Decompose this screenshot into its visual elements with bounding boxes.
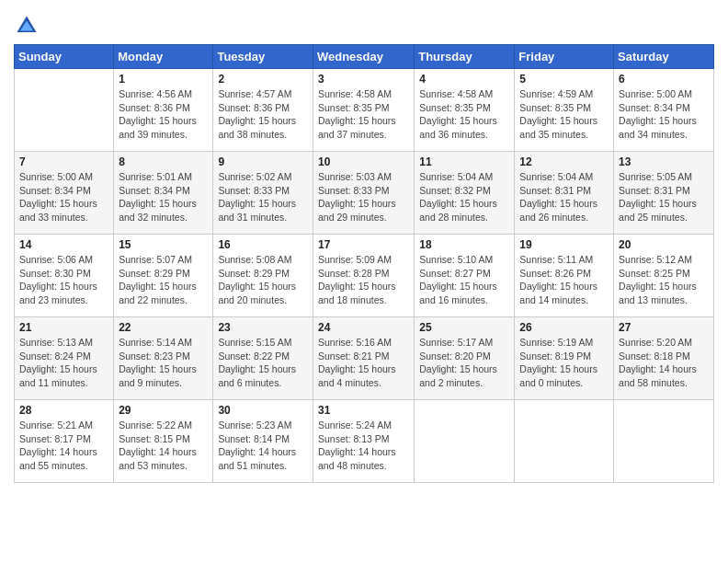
day-number: 15 (119, 238, 208, 251)
day-info: Sunrise: 4:58 AM Sunset: 8:35 PM Dayligh… (419, 87, 509, 142)
calendar-cell: 7Sunrise: 5:00 AM Sunset: 8:34 PM Daylig… (15, 152, 114, 235)
calendar-cell: 24Sunrise: 5:16 AM Sunset: 8:21 PM Dayli… (313, 317, 414, 400)
calendar-cell: 14Sunrise: 5:06 AM Sunset: 8:30 PM Dayli… (15, 235, 114, 317)
day-number: 2 (218, 73, 308, 86)
calendar-cell: 19Sunrise: 5:11 AM Sunset: 8:26 PM Dayli… (515, 235, 614, 317)
calendar-cell: 20Sunrise: 5:12 AM Sunset: 8:25 PM Dayli… (614, 235, 714, 317)
day-number: 5 (519, 73, 609, 86)
day-info: Sunrise: 5:03 AM Sunset: 8:33 PM Dayligh… (318, 170, 409, 224)
col-header-saturday: Saturday (614, 45, 714, 69)
day-info: Sunrise: 5:23 AM Sunset: 8:14 PM Dayligh… (218, 419, 308, 473)
day-number: 7 (19, 155, 108, 168)
calendar-cell: 8Sunrise: 5:01 AM Sunset: 8:34 PM Daylig… (114, 152, 213, 235)
day-info: Sunrise: 5:24 AM Sunset: 8:13 PM Dayligh… (318, 419, 409, 473)
day-number: 23 (218, 321, 308, 334)
col-header-sunday: Sunday (15, 45, 114, 69)
col-header-thursday: Thursday (415, 45, 515, 69)
calendar-cell: 26Sunrise: 5:19 AM Sunset: 8:19 PM Dayli… (515, 317, 614, 400)
week-row-2: 7Sunrise: 5:00 AM Sunset: 8:34 PM Daylig… (15, 152, 714, 235)
day-number: 31 (318, 404, 409, 417)
page-header (14, 9, 714, 39)
day-info: Sunrise: 5:11 AM Sunset: 8:26 PM Dayligh… (519, 253, 609, 307)
day-info: Sunrise: 5:09 AM Sunset: 8:28 PM Dayligh… (318, 253, 409, 307)
day-number: 11 (419, 155, 509, 168)
day-number: 19 (519, 238, 609, 251)
day-info: Sunrise: 5:15 AM Sunset: 8:22 PM Dayligh… (218, 336, 308, 390)
day-info: Sunrise: 5:21 AM Sunset: 8:17 PM Dayligh… (19, 419, 108, 473)
week-row-3: 14Sunrise: 5:06 AM Sunset: 8:30 PM Dayli… (15, 235, 714, 317)
day-info: Sunrise: 5:22 AM Sunset: 8:15 PM Dayligh… (119, 419, 208, 473)
col-header-wednesday: Wednesday (313, 45, 414, 69)
calendar-cell: 16Sunrise: 5:08 AM Sunset: 8:29 PM Dayli… (213, 235, 313, 317)
day-number: 12 (519, 155, 609, 168)
day-number: 30 (218, 404, 308, 417)
calendar-cell: 6Sunrise: 5:00 AM Sunset: 8:34 PM Daylig… (614, 69, 714, 152)
calendar-cell: 31Sunrise: 5:24 AM Sunset: 8:13 PM Dayli… (313, 400, 414, 483)
calendar-header: SundayMondayTuesdayWednesdayThursdayFrid… (15, 45, 714, 69)
calendar-cell (515, 400, 614, 483)
calendar-cell: 23Sunrise: 5:15 AM Sunset: 8:22 PM Dayli… (213, 317, 313, 400)
logo (14, 13, 42, 39)
day-info: Sunrise: 4:56 AM Sunset: 8:36 PM Dayligh… (119, 87, 208, 142)
calendar-cell: 17Sunrise: 5:09 AM Sunset: 8:28 PM Dayli… (313, 235, 414, 317)
day-info: Sunrise: 5:20 AM Sunset: 8:18 PM Dayligh… (619, 336, 709, 390)
day-number: 16 (218, 238, 308, 251)
day-number: 26 (519, 321, 609, 334)
day-info: Sunrise: 5:00 AM Sunset: 8:34 PM Dayligh… (19, 170, 108, 224)
calendar-cell: 12Sunrise: 5:04 AM Sunset: 8:31 PM Dayli… (515, 152, 614, 235)
day-number: 25 (419, 321, 509, 334)
day-number: 22 (119, 321, 208, 334)
calendar-cell: 21Sunrise: 5:13 AM Sunset: 8:24 PM Dayli… (15, 317, 114, 400)
day-info: Sunrise: 5:08 AM Sunset: 8:29 PM Dayligh… (218, 253, 308, 307)
calendar-cell: 27Sunrise: 5:20 AM Sunset: 8:18 PM Dayli… (614, 317, 714, 400)
day-number: 13 (619, 155, 709, 168)
day-number: 3 (318, 73, 409, 86)
calendar-table: SundayMondayTuesdayWednesdayThursdayFrid… (14, 44, 714, 483)
calendar-cell: 18Sunrise: 5:10 AM Sunset: 8:27 PM Dayli… (415, 235, 515, 317)
calendar-cell: 10Sunrise: 5:03 AM Sunset: 8:33 PM Dayli… (313, 152, 414, 235)
day-info: Sunrise: 5:17 AM Sunset: 8:20 PM Dayligh… (419, 336, 509, 390)
day-number: 21 (19, 321, 108, 334)
day-number: 9 (218, 155, 308, 168)
day-number: 18 (419, 238, 509, 251)
day-info: Sunrise: 5:06 AM Sunset: 8:30 PM Dayligh… (19, 253, 108, 307)
day-number: 8 (119, 155, 208, 168)
week-row-4: 21Sunrise: 5:13 AM Sunset: 8:24 PM Dayli… (15, 317, 714, 400)
day-number: 28 (19, 404, 108, 417)
calendar-cell: 3Sunrise: 4:58 AM Sunset: 8:35 PM Daylig… (313, 69, 414, 152)
col-header-friday: Friday (515, 45, 614, 69)
day-number: 10 (318, 155, 409, 168)
calendar-cell: 28Sunrise: 5:21 AM Sunset: 8:17 PM Dayli… (15, 400, 114, 483)
day-info: Sunrise: 5:00 AM Sunset: 8:34 PM Dayligh… (619, 87, 709, 142)
day-info: Sunrise: 5:16 AM Sunset: 8:21 PM Dayligh… (318, 336, 409, 390)
calendar-cell: 1Sunrise: 4:56 AM Sunset: 8:36 PM Daylig… (114, 69, 213, 152)
week-row-5: 28Sunrise: 5:21 AM Sunset: 8:17 PM Dayli… (15, 400, 714, 483)
day-info: Sunrise: 5:10 AM Sunset: 8:27 PM Dayligh… (419, 253, 509, 307)
calendar-cell: 15Sunrise: 5:07 AM Sunset: 8:29 PM Dayli… (114, 235, 213, 317)
calendar-cell (415, 400, 515, 483)
day-number: 27 (619, 321, 709, 334)
day-info: Sunrise: 5:05 AM Sunset: 8:31 PM Dayligh… (619, 170, 709, 224)
calendar-cell: 22Sunrise: 5:14 AM Sunset: 8:23 PM Dayli… (114, 317, 213, 400)
week-row-1: 1Sunrise: 4:56 AM Sunset: 8:36 PM Daylig… (15, 69, 714, 152)
day-number: 6 (619, 73, 709, 86)
calendar-cell (15, 69, 114, 152)
day-info: Sunrise: 5:02 AM Sunset: 8:33 PM Dayligh… (218, 170, 308, 224)
calendar-cell: 11Sunrise: 5:04 AM Sunset: 8:32 PM Dayli… (415, 152, 515, 235)
calendar-cell: 4Sunrise: 4:58 AM Sunset: 8:35 PM Daylig… (415, 69, 515, 152)
day-number: 20 (619, 238, 709, 251)
day-number: 14 (19, 238, 108, 251)
col-header-monday: Monday (114, 45, 213, 69)
day-number: 1 (119, 73, 208, 86)
day-info: Sunrise: 4:58 AM Sunset: 8:35 PM Dayligh… (318, 87, 409, 142)
day-info: Sunrise: 4:59 AM Sunset: 8:35 PM Dayligh… (519, 87, 609, 142)
calendar-cell: 2Sunrise: 4:57 AM Sunset: 8:36 PM Daylig… (213, 69, 313, 152)
day-number: 4 (419, 73, 509, 86)
day-info: Sunrise: 5:13 AM Sunset: 8:24 PM Dayligh… (19, 336, 108, 390)
calendar-cell (614, 400, 714, 483)
day-info: Sunrise: 5:04 AM Sunset: 8:32 PM Dayligh… (419, 170, 509, 224)
calendar-cell: 30Sunrise: 5:23 AM Sunset: 8:14 PM Dayli… (213, 400, 313, 483)
day-info: Sunrise: 5:19 AM Sunset: 8:19 PM Dayligh… (519, 336, 609, 390)
day-number: 29 (119, 404, 208, 417)
day-info: Sunrise: 5:12 AM Sunset: 8:25 PM Dayligh… (619, 253, 709, 307)
